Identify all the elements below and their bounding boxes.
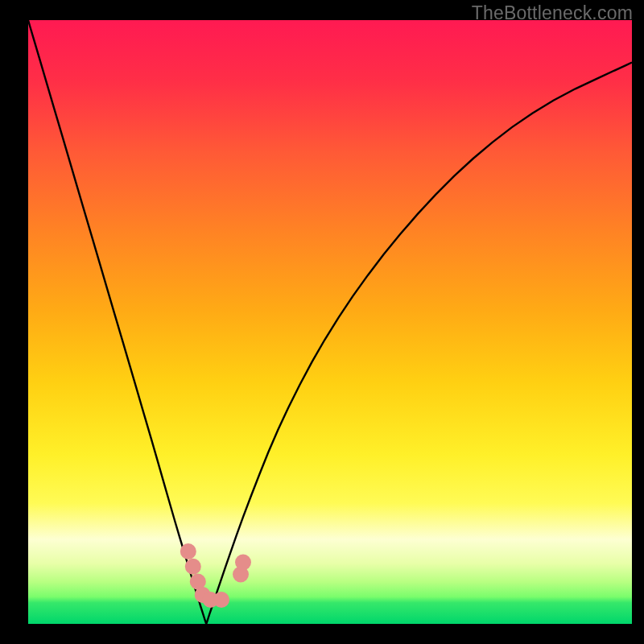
bottleneck-curve (28, 20, 632, 624)
curve-layer (28, 20, 632, 624)
plot-area (28, 20, 632, 624)
chart-frame: TheBottleneck.com (0, 0, 644, 644)
marker-dot (180, 543, 196, 559)
marker-dot (185, 559, 201, 575)
watermark-text: TheBottleneck.com (472, 2, 633, 24)
marker-dot (235, 555, 251, 571)
marker-dot (213, 592, 229, 608)
